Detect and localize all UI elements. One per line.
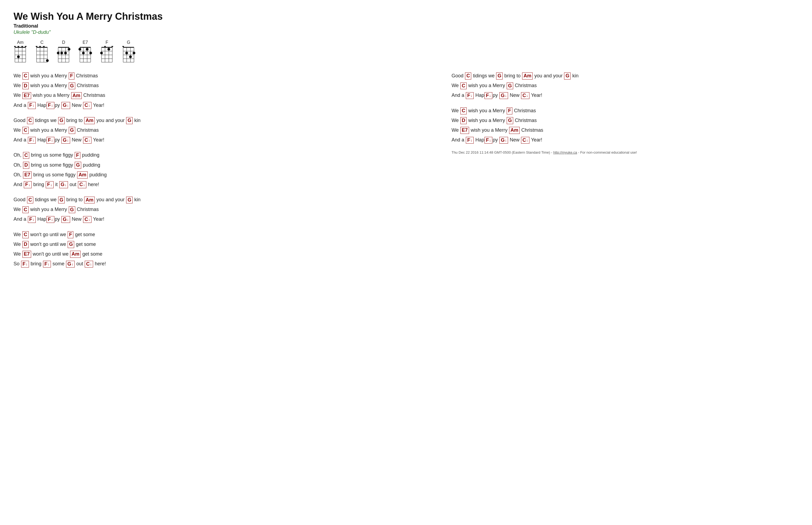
chord-F-a5: F xyxy=(24,181,32,188)
line-r1-2: We C wish you a Merry G Christmas xyxy=(451,81,798,90)
svg-point-63 xyxy=(100,52,103,54)
verse-1: We C wish you a Merry F Christmas We D w… xyxy=(14,71,430,110)
chord-G-a5: G xyxy=(66,261,75,268)
chord-Am-r1: Am xyxy=(522,73,533,79)
chord-g-label: G xyxy=(127,40,130,45)
svg-point-25 xyxy=(39,46,41,47)
line-v3-4: So F bring F some G out C here! xyxy=(14,259,430,268)
chord-F-arrow: F xyxy=(28,102,36,109)
chord-Am-r2: Am xyxy=(509,127,520,134)
chord-diagrams-row: Am xyxy=(14,40,798,63)
song-tuning: Ukulele "D-dudu" xyxy=(14,29,798,35)
chord-d-diagram xyxy=(57,46,70,63)
chord-C-a4: C xyxy=(83,216,91,223)
song-subtitle: Traditional xyxy=(14,23,798,29)
chord-C: C xyxy=(23,73,29,79)
chord-D: D xyxy=(23,82,29,90)
chord-F-r2: F xyxy=(484,92,492,99)
svg-point-24 xyxy=(36,46,37,47)
chord-C-5: C xyxy=(27,197,33,204)
chord-G-arrow: G xyxy=(61,102,70,109)
svg-point-77 xyxy=(125,52,128,54)
chord-F-r4: F xyxy=(466,137,474,144)
svg-point-78 xyxy=(129,56,132,58)
line-r1-1: Good C tidings we G bring to Am you and … xyxy=(451,71,798,80)
chord-C-r3: C xyxy=(460,107,467,115)
svg-point-79 xyxy=(133,52,135,54)
chord-F-r1: F xyxy=(466,92,474,99)
chord-G: G xyxy=(69,82,75,90)
chord-C-a5: C xyxy=(85,261,93,268)
left-column: We C wish you a Merry F Christmas We D w… xyxy=(14,71,430,274)
chord-e7-diagram xyxy=(78,46,92,63)
verse-right-1: We C wish you a Merry F Christmas We D w… xyxy=(451,106,798,145)
chord-E7-3: E7 xyxy=(23,251,31,258)
chord-C-r2: C xyxy=(521,137,530,144)
chord-G-7: G xyxy=(126,197,133,204)
svg-point-11 xyxy=(18,46,19,47)
chord-F-3: F xyxy=(68,231,73,238)
chord-F-r3: F xyxy=(507,107,512,115)
chord-Am-2: Am xyxy=(84,117,95,124)
chord-D-r1: D xyxy=(460,117,467,124)
chord-G-r5: G xyxy=(507,117,513,124)
svg-point-76 xyxy=(122,46,124,47)
chord-G-3: G xyxy=(126,117,133,124)
svg-point-52 xyxy=(86,48,88,50)
lyrics-container: We C wish you a Merry F Christmas We D w… xyxy=(14,71,798,274)
chord-G-r4: G xyxy=(499,92,508,99)
chord-C-2: C xyxy=(27,117,33,124)
song-title: We Wish You A Merry Christmas xyxy=(14,11,798,22)
chord-am-label: Am xyxy=(17,40,24,45)
line-v2-1: Oh, C bring us some figgy F pudding xyxy=(14,150,430,160)
svg-point-39 xyxy=(64,52,67,54)
chord-F-a7: F xyxy=(28,216,36,223)
chord-F: F xyxy=(69,73,74,79)
chord-F-2: F xyxy=(75,152,81,159)
line-v3-3: We E7 won't go until we Am get some xyxy=(14,250,430,258)
chord-C-7: C xyxy=(23,231,29,238)
chord-D-3: D xyxy=(23,241,29,248)
chord-F-a10: F xyxy=(43,261,51,268)
chord-C-6: C xyxy=(23,206,29,213)
line-v1-1: We C wish you a Merry F Christmas xyxy=(14,71,430,80)
svg-point-26 xyxy=(43,46,45,47)
chorus-right-1: Good C tidings we G bring to Am you and … xyxy=(451,71,798,100)
chord-f-label: F xyxy=(105,40,108,45)
line-v1-2: We D wish you a Merry G Christmas xyxy=(14,81,430,90)
footer-link[interactable]: http://myuke.ca xyxy=(553,150,577,154)
chord-c: C xyxy=(35,40,49,63)
line-v1-3: We E7 wish you a Merry Am Christmas xyxy=(14,91,430,100)
chord-C-r1: C xyxy=(465,73,471,79)
svg-point-10 xyxy=(14,46,16,47)
footer: Thu Dec 22 2016 11:14:48 GMT-0500 (Easte… xyxy=(451,150,798,154)
line-r2-3: We E7 wish you a Merry Am Christmas xyxy=(451,125,798,135)
chord-e7: E7 xyxy=(78,40,92,63)
svg-point-51 xyxy=(82,52,85,54)
right-column: Good C tidings we G bring to Am you and … xyxy=(451,71,798,154)
chord-G-r6: G xyxy=(499,137,508,144)
chord-G-9: G xyxy=(68,241,74,248)
chord-F-a4: F xyxy=(46,137,54,144)
chord-E7-r1: E7 xyxy=(460,127,469,134)
chord-F-a9: F xyxy=(21,261,29,268)
chord-D-2: D xyxy=(23,162,29,169)
chord-Am: Am xyxy=(71,92,82,99)
chord-Am-4: Am xyxy=(84,197,95,204)
chord-G-4: G xyxy=(69,127,75,134)
chord-C-3: C xyxy=(23,127,29,134)
chord-C-4: C xyxy=(23,152,29,159)
svg-point-50 xyxy=(78,48,81,50)
chord-F-arrow2: F xyxy=(46,102,54,109)
chord-G-r1: G xyxy=(496,73,503,79)
line-v3-2: We D won't go until we G get some xyxy=(14,240,430,249)
svg-point-37 xyxy=(57,52,60,54)
svg-point-14 xyxy=(17,56,20,58)
chord-d-label: D xyxy=(62,40,65,45)
chord-G-2: G xyxy=(58,117,65,124)
chord-g-diagram xyxy=(122,46,135,63)
line-r1-3: And a F HapFpy G New C Year! xyxy=(451,91,798,100)
line-c2-2: We C wish you a Merry G Christmas xyxy=(14,205,430,214)
chord-G-a4: G xyxy=(61,216,70,223)
verse-2: Oh, C bring us some figgy F pudding Oh, … xyxy=(14,150,430,189)
